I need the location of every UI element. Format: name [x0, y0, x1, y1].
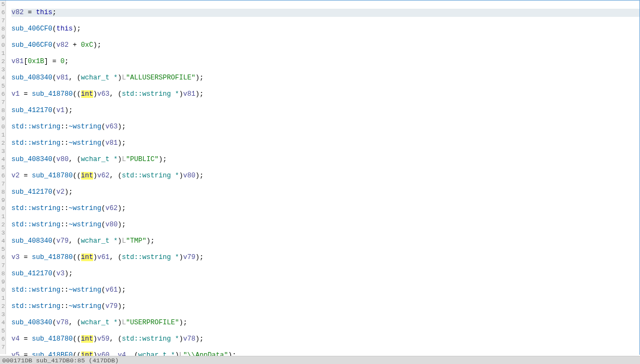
- line-number: 6: [0, 9, 5, 17]
- code-editor[interactable]: 5 6 7 8 9 0 1 2 3 4 5 6 7 8 9 0 1 2 3 4 …: [0, 0, 640, 355]
- line-number: 1: [0, 294, 5, 303]
- line-number: 8: [0, 270, 5, 278]
- status-bar: 000171DB sub_417DB0:85 (417DDB): [0, 356, 640, 364]
- code-line[interactable]: v82 = this;: [11, 9, 639, 17]
- line-number: 5: [0, 245, 5, 254]
- line-number: 7: [0, 98, 5, 107]
- code-line[interactable]: std::wstring::~wstring(v61);: [11, 286, 639, 294]
- line-number: 9: [0, 33, 5, 41]
- code-line[interactable]: sub_412170(v1);: [11, 107, 639, 115]
- code-line[interactable]: std::wstring::~wstring(v63);: [11, 123, 639, 131]
- line-number: 3: [0, 229, 5, 237]
- line-number: 6: [0, 335, 5, 343]
- code-line[interactable]: std::wstring::~wstring(v79);: [11, 303, 639, 311]
- line-number: 5: [0, 82, 5, 90]
- line-number: 6: [0, 172, 5, 180]
- line-number: 7: [0, 343, 5, 351]
- line-number: 2: [0, 303, 5, 311]
- line-number: 1: [0, 50, 5, 58]
- code-line[interactable]: v81[0x1B] = 0;: [11, 58, 639, 66]
- line-number: 7: [0, 180, 5, 188]
- line-number: 0: [0, 286, 5, 294]
- code-line[interactable]: sub_408340(v80, (wchar_t *)L"PUBLIC");: [11, 156, 639, 164]
- line-number: 4: [0, 237, 5, 245]
- code-line[interactable]: std::wstring::~wstring(v81);: [11, 139, 639, 147]
- line-number: 2: [0, 139, 5, 147]
- line-number: 5: [0, 1, 5, 9]
- code-line[interactable]: sub_408340(v79, (wchar_t *)L"TMP");: [11, 237, 639, 245]
- line-number: 1: [0, 131, 5, 139]
- line-number: 9: [0, 115, 5, 123]
- line-number: 3: [0, 311, 5, 319]
- status-address: 000171DB sub_417DB0:85 (417DDB): [2, 357, 119, 364]
- line-number: 4: [0, 319, 5, 327]
- line-number: 6: [0, 90, 5, 98]
- code-line[interactable]: v2 = sub_418780((int)v62, (std::wstring …: [11, 172, 639, 180]
- line-number: 5: [0, 327, 5, 335]
- line-number: 4: [0, 74, 5, 82]
- line-number: 5: [0, 164, 5, 172]
- line-number-gutter: 5 6 7 8 9 0 1 2 3 4 5 6 7 8 9 0 1 2 3 4 …: [0, 1, 6, 354]
- code-line[interactable]: v4 = sub_418780((int)v59, (std::wstring …: [11, 335, 639, 343]
- line-number: 0: [0, 205, 5, 213]
- line-number: 2: [0, 58, 5, 66]
- line-number: 6: [0, 254, 5, 262]
- line-number: 9: [0, 196, 5, 205]
- line-number: 0: [0, 123, 5, 131]
- line-number: 8: [0, 188, 5, 196]
- line-number: 2: [0, 221, 5, 229]
- line-number: 8: [0, 25, 5, 33]
- line-number: 4: [0, 156, 5, 164]
- code-line[interactable]: std::wstring::~wstring(v62);: [11, 205, 639, 213]
- line-number: 7: [0, 17, 5, 25]
- line-number: 3: [0, 147, 5, 156]
- code-line[interactable]: sub_406CF0(v82 + 0xC);: [11, 41, 639, 50]
- code-line[interactable]: sub_412170(v3);: [11, 270, 639, 278]
- line-number: 9: [0, 278, 5, 286]
- line-number: 3: [0, 66, 5, 74]
- code-line[interactable]: sub_408340(v81, (wchar_t *)L"ALLUSERSPRO…: [11, 74, 639, 82]
- code-line[interactable]: sub_412170(v2);: [11, 188, 639, 196]
- code-line[interactable]: v3 = sub_418780((int)v61, (std::wstring …: [11, 254, 639, 262]
- code-line[interactable]: v1 = sub_418780((int)v63, (std::wstring …: [11, 90, 639, 98]
- line-number: 0: [0, 41, 5, 50]
- line-number: 7: [0, 262, 5, 270]
- code-line[interactable]: std::wstring::~wstring(v80);: [11, 221, 639, 229]
- line-number: 1: [0, 213, 5, 221]
- line-number: 8: [0, 107, 5, 115]
- code-line[interactable]: sub_408340(v78, (wchar_t *)L"USERPROFILE…: [11, 319, 639, 327]
- code-line[interactable]: sub_406CF0(this);: [11, 25, 639, 33]
- code-area[interactable]: v82 = this; sub_406CF0(this); sub_406CF0…: [6, 1, 639, 355]
